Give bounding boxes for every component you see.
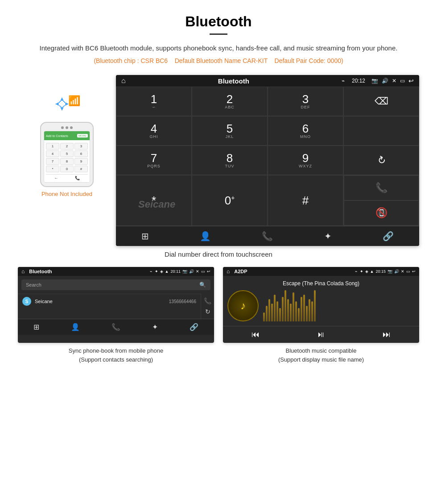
more-btn: MORE [77, 134, 88, 137]
pb-phone-icon[interactable]: 📞 [111, 323, 120, 331]
mu-back-icon: ↩ [412, 269, 416, 274]
phonebook-screen: ⌂ Bluetooth ⌁ ✦ ◈ ▲ 20:11 📷 🔊 ✕ ▭ ↩ [18, 267, 214, 343]
dial-call-green[interactable]: 📞 [344, 175, 419, 200]
phone-key-1: 1 [46, 143, 59, 150]
backspace-icon: ⌫ [375, 96, 388, 107]
phone-key-6: 6 [74, 150, 88, 157]
ph-call-right-icon[interactable]: 📞 [204, 297, 211, 304]
dial-key-backspace[interactable]: ⌫ [343, 87, 419, 116]
volume-icon[interactable]: 🔊 [382, 78, 388, 84]
pb-link-icon[interactable]: 🔗 [190, 323, 198, 331]
dial-key-9[interactable]: 9 WXYZ [268, 146, 343, 175]
dial-key-star[interactable]: * [116, 175, 192, 226]
play-pause-icon[interactable]: ⏯ [317, 330, 325, 339]
ph-refresh-right-icon[interactable]: ↻ [205, 308, 210, 315]
bottom-left-line1: Sync phone-book from mobile phone [18, 346, 214, 355]
contact-phone: 13566664466 [169, 299, 196, 304]
spec-chip: (Bluetooth chip : CSR BC6 [94, 57, 168, 64]
ph-status-icons: ✦ ◈ ▲ 20:11 📷 🔊 ✕ ▭ ↩ [155, 269, 210, 274]
title-divider [210, 33, 227, 35]
ph-back-icon: ↩ [207, 269, 210, 274]
call-red-icon: 📵 [375, 207, 388, 219]
phone-call-btn: 📞 [75, 176, 80, 180]
phonebook-card: ⌂ Bluetooth ⌁ ✦ ◈ ▲ 20:11 📷 🔊 ✕ ▭ ↩ [18, 267, 214, 364]
ph-vol-icon: 🔊 [189, 269, 194, 274]
pb-bt-icon[interactable]: ✦ [152, 323, 158, 331]
phone-keypad-area: 1 2 3 4 5 6 7 8 9 * 0 # [44, 140, 90, 182]
back-icon[interactable]: ↩ [408, 77, 414, 84]
phone-bottom-bar: ← 📞 [46, 174, 88, 180]
dial-key-hash[interactable]: # [268, 175, 343, 226]
mu-bt-icon: ✦ [360, 269, 363, 274]
pb-dialpad-icon[interactable]: ⊞ [33, 323, 39, 331]
phone-key-2: 2 [60, 143, 74, 150]
dialpad-icon[interactable]: ⊞ [141, 231, 149, 242]
usb-icon: ⌁ [342, 78, 345, 84]
dial-key-1[interactable]: 1 ∽ [116, 87, 192, 116]
mu-home-icon[interactable]: ⌂ [227, 268, 230, 275]
dial-key-6[interactable]: 6 MNO [268, 116, 343, 146]
dial-key-0[interactable]: 0+ [192, 175, 268, 226]
call-green-icon: 📞 [375, 182, 388, 194]
ph-cam-icon: 📷 [182, 269, 187, 274]
song-title: Escape (The Pina Colada Song) [283, 280, 359, 287]
phonebook-list: S Seicane 13566664466 [18, 294, 201, 319]
refresh-icon: ↻ [375, 153, 388, 167]
bluetooth-bottom-icon[interactable]: ✦ [324, 231, 332, 242]
phonebook-bottom-bar: ⊞ 👤 📞 ✦ 🔗 [18, 319, 214, 335]
phone-screen: Add to Contacts MORE 1 2 3 4 5 6 7 8 [44, 131, 90, 183]
phonebook-search-bar[interactable]: Search 🔍 [21, 279, 210, 290]
main-car-screen-wrapper: ⌂ Bluetooth ⌁ 20:12 📷 🔊 ✕ ▭ ↩ 1 ∽ [116, 75, 419, 246]
music-main-area: ♪ [227, 290, 415, 321]
phone-key-0: 0 [60, 166, 74, 172]
phone-dot-1 [61, 126, 64, 129]
dial-key-3[interactable]: 3 DEF [268, 87, 343, 116]
mu-win-icon: ▭ [406, 269, 410, 274]
prev-track-icon[interactable]: ⏮ [251, 330, 260, 339]
phone-not-included-label: Phone Not Included [41, 191, 92, 197]
link-icon[interactable]: 🔗 [383, 231, 394, 242]
main-screen-row: ⯎ 📶 Add to Contacts MORE [18, 75, 419, 246]
ph-time: 20:11 [170, 269, 181, 274]
camera-icon[interactable]: 📷 [371, 78, 378, 84]
dial-key-4[interactable]: 4 GHI [116, 116, 192, 146]
close-icon[interactable]: ✕ [392, 78, 396, 84]
contacts-icon[interactable]: 👤 [200, 231, 211, 242]
home-icon[interactable]: ⌂ [121, 77, 126, 85]
ph-signal-icon: ▲ [165, 269, 169, 274]
dial-key-8[interactable]: 8 TUV [192, 146, 268, 175]
music-visualizer [263, 290, 415, 321]
bluetooth-icon: ⯎ [56, 97, 69, 112]
phone-icon[interactable]: 📞 [262, 231, 273, 242]
window-icon[interactable]: ▭ [400, 78, 405, 84]
phone-key-3: 3 [74, 143, 88, 150]
ph-usb-icon: ⌁ [150, 269, 152, 274]
phone-dot-3 [70, 126, 73, 129]
dial-key-2[interactable]: 2 ABC [192, 87, 268, 116]
phone-mockup: Add to Contacts MORE 1 2 3 4 5 6 7 8 [40, 122, 94, 187]
specs-line: (Bluetooth chip : CSR BC6 Default Blueto… [18, 57, 419, 64]
main-car-screen: ⌂ Bluetooth ⌁ 20:12 📷 🔊 ✕ ▭ ↩ 1 ∽ [116, 75, 419, 246]
bt-icon-area: ⯎ 📶 [51, 93, 82, 120]
dial-key-5[interactable]: 5 JKL [192, 116, 268, 146]
bottom-left-line2: (Support contacts searching) [18, 355, 214, 364]
phone-key-7: 7 [46, 158, 59, 165]
contact-avatar: S [22, 297, 31, 306]
mu-usb-icon: ⌁ [355, 269, 357, 274]
dial-key-refresh[interactable]: ↻ [343, 146, 419, 175]
mu-statusbar-title: A2DP [232, 269, 352, 274]
music-controls: ⏮ ⏯ ⏭ [223, 326, 419, 343]
dial-call-red[interactable]: 📵 [344, 200, 419, 225]
dial-key-empty-r2 [343, 116, 419, 146]
search-placeholder: Search [26, 282, 197, 287]
next-track-icon[interactable]: ⏭ [383, 330, 391, 339]
phone-dot-2 [66, 126, 68, 129]
phone-key-5: 5 [60, 150, 74, 157]
phone-top-bar [44, 126, 90, 129]
pb-contacts-icon[interactable]: 👤 [71, 323, 80, 331]
dial-key-7[interactable]: 7 PQRS [116, 146, 192, 175]
phonebook-entry[interactable]: S Seicane 13566664466 [18, 294, 201, 308]
ph-home-icon[interactable]: ⌂ [21, 268, 25, 275]
ph-statusbar-title: Bluetooth [27, 269, 147, 274]
phone-key-hash: # [74, 166, 88, 172]
